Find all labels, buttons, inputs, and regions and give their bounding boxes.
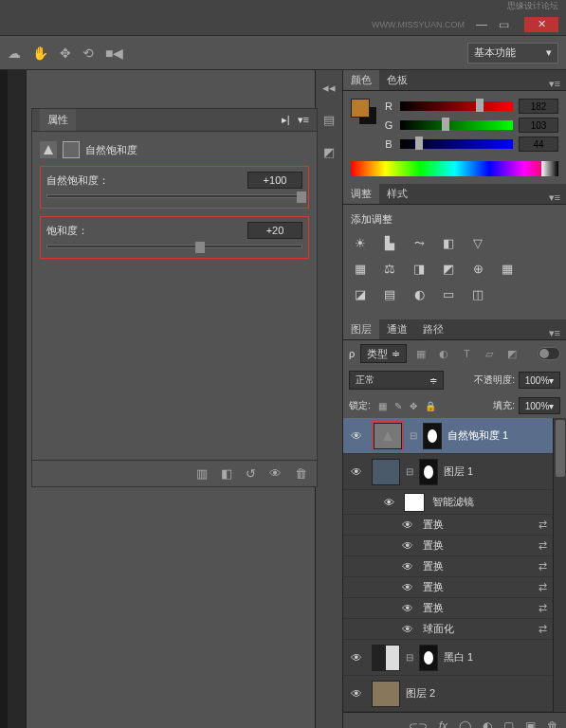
smart-filter-item[interactable]: 👁置换⇄: [343, 536, 553, 556]
vibrance-value-input[interactable]: [247, 172, 302, 189]
color-menu-icon[interactable]: ▾≡: [543, 78, 566, 90]
delete-layer-icon[interactable]: 🗑: [547, 719, 558, 729]
smart-filter-item[interactable]: 👁置换⇄: [343, 556, 553, 577]
dock-expand-icon[interactable]: ◂◂: [320, 78, 338, 97]
link-icon[interactable]: ⊟: [410, 430, 417, 441]
layer-name[interactable]: 图层 1: [444, 464, 549, 479]
filter-settings-icon[interactable]: ⇄: [539, 581, 547, 593]
panel-menu-icon[interactable]: ▾≡: [298, 114, 309, 126]
vibrance-slider[interactable]: [46, 194, 302, 198]
lock-trans-icon[interactable]: ▦: [378, 401, 387, 411]
layer-thumb[interactable]: [372, 645, 400, 671]
reset-icon[interactable]: ↺: [246, 466, 256, 481]
layers-menu-icon[interactable]: ▾≡: [543, 327, 566, 339]
smart-filters-header[interactable]: 👁 智能滤镜: [343, 490, 553, 515]
lut-icon[interactable]: ▦: [498, 259, 517, 278]
filter-pixel-icon[interactable]: ▦: [412, 345, 429, 362]
cube-icon[interactable]: ◩: [320, 142, 338, 161]
r-value[interactable]: [519, 99, 558, 114]
filter-adj-icon[interactable]: ◐: [435, 345, 452, 362]
channel-mixer-icon[interactable]: ⊕: [468, 259, 487, 278]
fill-value[interactable]: 100%▾: [519, 397, 560, 414]
add-mask-icon[interactable]: ◯: [459, 719, 471, 729]
filter-search-icon[interactable]: ρ: [349, 348, 355, 359]
visibility-toggle[interactable]: 👁: [400, 581, 415, 594]
link-icon[interactable]: ⊟: [406, 466, 413, 477]
b-slider[interactable]: [400, 139, 513, 149]
fx-icon[interactable]: fx: [439, 719, 447, 729]
filter-smart-icon[interactable]: ◩: [503, 345, 520, 362]
levels-icon[interactable]: ▙: [380, 233, 399, 252]
delete-icon[interactable]: 🗑: [295, 466, 307, 481]
bw-icon[interactable]: ◨: [410, 259, 429, 278]
history-icon[interactable]: ▤: [320, 110, 338, 129]
gradient-map-icon[interactable]: ▭: [439, 284, 458, 303]
spectrum-bar[interactable]: [351, 161, 558, 176]
layer-mask-thumb[interactable]: [423, 423, 442, 449]
minimize-button[interactable]: —: [476, 18, 487, 31]
brightness-icon[interactable]: ☀: [351, 233, 370, 252]
curves-icon[interactable]: ⤳: [410, 233, 429, 252]
link-icon[interactable]: ⊟: [406, 652, 413, 663]
visibility-toggle[interactable]: 👁: [400, 623, 415, 636]
panel-collapse-icon[interactable]: ▸|: [282, 114, 290, 126]
visibility-toggle[interactable]: 👁: [347, 651, 366, 664]
visibility-toggle[interactable]: 👁: [400, 539, 415, 553]
g-value[interactable]: [519, 118, 558, 133]
layer-mask-thumb[interactable]: [419, 645, 438, 671]
lock-pos-icon[interactable]: ✥: [410, 401, 417, 411]
filter-settings-icon[interactable]: ⇄: [539, 539, 547, 552]
layers-scrollbar[interactable]: [553, 418, 566, 712]
filter-settings-icon[interactable]: ⇄: [539, 560, 547, 573]
saturation-slider[interactable]: [46, 245, 302, 248]
saturation-value-input[interactable]: [247, 222, 302, 239]
smart-filter-item[interactable]: 👁球面化⇄: [343, 619, 553, 640]
smart-filter-item[interactable]: 👁置换⇄: [343, 515, 553, 536]
posterize-icon[interactable]: ▤: [380, 284, 399, 303]
properties-tab[interactable]: 属性: [40, 109, 76, 131]
layer-row-bw[interactable]: 👁 ⊟ 黑白 1: [343, 640, 553, 676]
vibrance-icon[interactable]: ▽: [468, 233, 487, 252]
blend-mode-select[interactable]: 正常 ≑: [349, 371, 444, 390]
layer-row-1[interactable]: 👁 ⊟ 图层 1: [343, 454, 553, 490]
clip-icon[interactable]: ▥: [196, 466, 208, 481]
visibility-toggle[interactable]: 👁: [400, 519, 415, 532]
layer-row-vibrance[interactable]: 👁 ⊟ 自然饱和度 1: [343, 418, 553, 454]
styles-tab[interactable]: 样式: [379, 184, 415, 204]
visibility-toggle[interactable]: 👁: [347, 465, 366, 479]
filter-settings-icon[interactable]: ⇄: [539, 623, 547, 635]
color-swatches[interactable]: [351, 99, 377, 125]
filter-settings-icon[interactable]: ⇄: [539, 519, 547, 531]
layer-thumb[interactable]: [372, 459, 400, 485]
maximize-button[interactable]: ▭: [499, 18, 509, 31]
move-icon[interactable]: ✥: [60, 46, 71, 61]
exposure-icon[interactable]: ◧: [439, 233, 458, 252]
layers-tab[interactable]: 图层: [343, 319, 379, 339]
new-layer-icon[interactable]: ▣: [525, 719, 536, 729]
hand-icon[interactable]: ✋: [32, 46, 48, 61]
channels-tab[interactable]: 通道: [379, 319, 415, 339]
video-icon[interactable]: ■◀: [105, 46, 123, 61]
filter-type-icon[interactable]: T: [458, 345, 475, 362]
layer-name[interactable]: 图层 2: [406, 686, 549, 701]
adjustments-tab[interactable]: 调整: [343, 184, 379, 204]
cloud-icon[interactable]: ☁: [8, 46, 21, 61]
paths-tab[interactable]: 路径: [415, 319, 451, 339]
layer-thumb[interactable]: [372, 681, 400, 707]
link-layers-icon[interactable]: ⊂⊃: [409, 719, 428, 729]
layer-row-2[interactable]: 👁 图层 2: [343, 676, 553, 712]
b-value[interactable]: [519, 136, 558, 152]
layer-name[interactable]: 自然饱和度 1: [447, 428, 549, 443]
g-slider[interactable]: [400, 120, 513, 130]
filter-toggle[interactable]: [538, 347, 560, 360]
selective-color-icon[interactable]: ◫: [468, 284, 487, 303]
preview-icon[interactable]: ◧: [221, 466, 232, 481]
smart-filter-item[interactable]: 👁置换⇄: [343, 598, 553, 619]
visibility-toggle[interactable]: 👁: [347, 429, 366, 443]
adj-menu-icon[interactable]: ▾≡: [543, 191, 566, 204]
layer-filter-select[interactable]: 类型 ≑: [360, 344, 407, 363]
visibility-toggle[interactable]: 👁: [400, 560, 415, 573]
color-tab[interactable]: 颜色: [343, 70, 379, 90]
new-group-icon[interactable]: ▢: [503, 719, 514, 729]
visibility-toggle[interactable]: 👁: [347, 687, 366, 701]
